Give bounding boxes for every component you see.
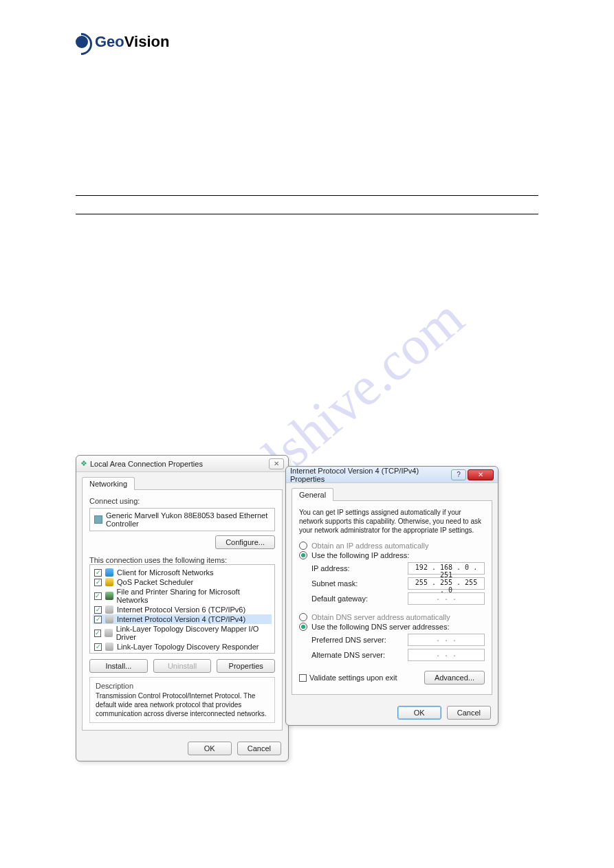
uses-items-label: This connection uses the following items… — [89, 556, 275, 564]
ip-address-label: IP address: — [311, 564, 349, 572]
item-label: Link-Layer Topology Discovery Mapper I/O… — [116, 625, 270, 641]
list-item[interactable]: ✓Internet Protocol Version 6 (TCP/IPv6) — [93, 605, 272, 614]
item-label: QoS Packet Scheduler — [117, 578, 193, 586]
alternate-dns-input[interactable]: . . . — [408, 649, 485, 661]
dialog-title: Local Area Connection Properties — [90, 460, 203, 468]
item-label: Internet Protocol Version 4 (TCP/IPv4) — [117, 615, 245, 623]
dialog-lan-properties: ❖ Local Area Connection Properties ✕ Net… — [76, 455, 289, 761]
close-icon[interactable]: ✕ — [468, 469, 494, 480]
logo-mark-icon — [76, 36, 88, 48]
lltd-responder-icon — [105, 643, 113, 651]
connection-items-list[interactable]: ✓Client for Microsoft Networks ✓QoS Pack… — [89, 564, 275, 654]
preferred-dns-input[interactable]: . . . — [408, 634, 485, 646]
validate-checkbox[interactable]: Validate settings upon exit — [299, 674, 397, 682]
logo-vision: Vision — [124, 33, 170, 50]
install-button[interactable]: Install... — [89, 659, 148, 673]
radio-icon — [299, 623, 307, 631]
radio-label: Use the following IP address: — [311, 551, 409, 559]
radio-icon — [299, 551, 307, 559]
connect-using-label: Connect using: — [89, 497, 275, 505]
item-label: Link-Layer Topology Discovery Responder — [117, 643, 259, 651]
ok-button[interactable]: OK — [397, 706, 441, 720]
dialog-title: Internet Protocol Version 4 (TCP/IPv4) P… — [290, 467, 451, 483]
ipv4-intro-text: You can get IP settings assigned automat… — [299, 508, 485, 535]
description-group: Description Transmission Control Protoco… — [89, 677, 275, 723]
default-gateway-label: Default gateway: — [311, 594, 368, 603]
radio-icon — [299, 613, 307, 621]
radio-label: Use the following DNS server addresses: — [311, 623, 450, 631]
description-label: Description — [96, 682, 269, 690]
cancel-button[interactable]: Cancel — [237, 742, 281, 755]
cancel-button[interactable]: Cancel — [447, 706, 491, 720]
subnet-mask-input[interactable]: 255 . 255 . 255 . 0 — [408, 577, 485, 590]
properties-button[interactable]: Properties — [217, 659, 275, 673]
qos-icon — [105, 578, 113, 586]
list-item-selected[interactable]: ✓Internet Protocol Version 4 (TCP/IPv4) — [93, 614, 272, 624]
item-label: File and Printer Sharing for Microsoft N… — [117, 588, 270, 604]
radio-icon — [299, 542, 307, 550]
help-icon[interactable]: ? — [451, 469, 466, 480]
brand-logo: GeoVision — [76, 33, 538, 51]
list-item[interactable]: ✓Link-Layer Topology Discovery Responder — [93, 642, 272, 652]
dialog-ipv4-properties: Internet Protocol Version 4 (TCP/IPv4) P… — [285, 466, 498, 726]
list-item[interactable]: ✓Link-Layer Topology Discovery Mapper I/… — [93, 624, 272, 642]
radio-label: Obtain DNS server address automatically — [311, 613, 450, 621]
fileprint-icon — [105, 592, 113, 600]
item-label: Client for Microsoft Networks — [117, 568, 214, 577]
network-icon: ❖ — [80, 459, 87, 468]
advanced-button[interactable]: Advanced... — [424, 671, 485, 685]
tab-general[interactable]: General — [292, 488, 333, 501]
client-icon — [105, 568, 113, 577]
list-item[interactable]: ✓Client for Microsoft Networks — [93, 568, 272, 577]
radio-dns-manual[interactable]: Use the following DNS server addresses: — [299, 623, 485, 631]
configure-button[interactable]: Configure... — [215, 535, 275, 549]
checkbox-icon — [299, 674, 307, 682]
ipv4-icon — [105, 615, 113, 623]
uninstall-button[interactable]: Uninstall — [153, 659, 212, 673]
item-label: Internet Protocol Version 6 (TCP/IPv6) — [117, 605, 245, 614]
nic-icon — [94, 515, 102, 524]
tab-networking[interactable]: Networking — [82, 477, 135, 490]
ip-address-input[interactable]: 192 . 168 . 0 . 251 — [408, 562, 485, 575]
validate-label: Validate settings upon exit — [309, 674, 397, 682]
logo-geo: Geo — [95, 33, 124, 50]
subnet-mask-label: Subnet mask: — [311, 579, 358, 588]
figure-dialogs: ❖ Local Area Connection Properties ✕ Net… — [76, 455, 538, 716]
lltd-mapper-icon — [105, 629, 112, 637]
list-item[interactable]: ✓QoS Packet Scheduler — [93, 577, 272, 587]
logo-text: GeoVision — [95, 33, 169, 51]
separator-line — [76, 214, 538, 214]
titlebar: Internet Protocol Version 4 (TCP/IPv4) P… — [286, 467, 498, 483]
description-text: Transmission Control Protocol/Internet P… — [96, 691, 269, 718]
default-gateway-input[interactable]: . . . — [408, 592, 485, 605]
preferred-dns-label: Preferred DNS server: — [311, 636, 386, 644]
ok-button[interactable]: OK — [188, 742, 232, 755]
ipv6-icon — [105, 605, 113, 614]
titlebar: ❖ Local Area Connection Properties ✕ — [76, 456, 288, 472]
radio-ip-auto[interactable]: Obtain an IP address automatically — [299, 542, 485, 550]
alternate-dns-label: Alternate DNS server: — [311, 651, 385, 659]
close-icon[interactable]: ✕ — [269, 458, 284, 469]
adapter-field: Generic Marvell Yukon 88E8053 based Ethe… — [89, 508, 275, 531]
adapter-name: Generic Marvell Yukon 88E8053 based Ethe… — [106, 511, 270, 528]
list-item[interactable]: ✓File and Printer Sharing for Microsoft … — [93, 587, 272, 605]
radio-ip-manual[interactable]: Use the following IP address: — [299, 551, 485, 559]
radio-label: Obtain an IP address automatically — [311, 542, 428, 550]
radio-dns-auto[interactable]: Obtain DNS server address automatically — [299, 613, 485, 621]
